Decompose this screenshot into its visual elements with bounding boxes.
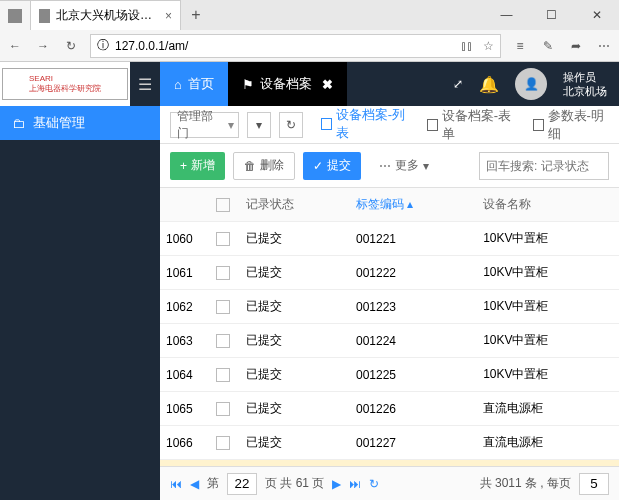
check-icon: ✓ xyxy=(313,159,323,173)
row-checkbox[interactable] xyxy=(216,402,230,416)
detail-icon xyxy=(533,119,544,131)
sidebar-item-basic[interactable]: 🗀基础管理 xyxy=(0,106,160,140)
info-icon[interactable]: ⓘ xyxy=(97,37,109,54)
app-topbar: SEARI上海电器科学研究院 ☰ ⌂首页 ⚑设备档案✖ ⤢ 🔔 👤 操作员 北京… xyxy=(0,62,619,106)
col-name[interactable]: 设备名称 xyxy=(477,188,619,222)
table-row[interactable]: 1060已提交00122110KV中置柜 xyxy=(160,222,619,256)
plus-icon: + xyxy=(180,159,187,173)
more-button[interactable]: ⋯更多▾ xyxy=(369,152,439,180)
window-maximize-button[interactable]: ☐ xyxy=(529,0,574,30)
table-row[interactable]: 1064已提交00122510KV中置柜 xyxy=(160,358,619,392)
page-icon xyxy=(8,9,22,23)
search-input[interactable] xyxy=(486,159,602,173)
form-icon xyxy=(427,119,438,131)
nav-home[interactable]: ⌂首页 xyxy=(160,62,228,106)
favorite-icon[interactable]: ☆ xyxy=(483,39,494,53)
chevron-down-icon: ▾ xyxy=(423,159,429,173)
folder-icon: 🗀 xyxy=(12,116,25,131)
browser-tab-active[interactable]: 北京大兴机场设备运行… × xyxy=(31,0,181,30)
col-code[interactable]: 标签编码 ▴ xyxy=(350,188,477,222)
nav-reload-button[interactable]: ↻ xyxy=(62,37,80,55)
pager-first-button[interactable]: ⏮ xyxy=(170,477,182,491)
search-box[interactable] xyxy=(479,152,609,180)
bell-icon[interactable]: 🔔 xyxy=(479,75,499,94)
nav-forward-button[interactable]: → xyxy=(34,37,52,55)
select-all-checkbox[interactable] xyxy=(216,198,230,212)
list-icon xyxy=(321,118,332,130)
dept-select[interactable]: 管理部门 xyxy=(170,112,239,138)
user-info: 操作员 北京机场 xyxy=(563,70,607,98)
reader-icon[interactable]: ⫿⫿ xyxy=(461,39,473,53)
subtab-detail[interactable]: 参数表-明细 xyxy=(533,106,609,148)
expand-icon[interactable]: ⤢ xyxy=(453,77,463,91)
page-icon xyxy=(39,9,50,23)
window-minimize-button[interactable]: — xyxy=(484,0,529,30)
table-row[interactable]: 1062已提交00122310KV中置柜 xyxy=(160,290,619,324)
row-checkbox[interactable] xyxy=(216,300,230,314)
pager-next-button[interactable]: ▶ xyxy=(332,477,341,491)
pager: ⏮ ◀ 第 页 共 61 页 ▶ ⏭ ↻ 共 3011 条 , 每页 xyxy=(160,466,619,500)
tab-close-icon[interactable]: ✖ xyxy=(322,77,333,92)
more-icon[interactable]: ⋯ xyxy=(595,37,613,55)
subtab-list[interactable]: 设备档案-列表 xyxy=(321,106,409,148)
col-status[interactable]: 记录状态 xyxy=(240,188,350,222)
home-icon: ⌂ xyxy=(174,77,182,92)
hub-icon[interactable]: ≡ xyxy=(511,37,529,55)
window-close-button[interactable]: ✕ xyxy=(574,0,619,30)
address-bar: ← → ↻ ⓘ ⫿⫿ ☆ ≡ ✎ ➦ ⋯ xyxy=(0,30,619,62)
dept-clear-button[interactable]: ▾ xyxy=(247,112,271,138)
row-checkbox[interactable] xyxy=(216,436,230,450)
tab-title: 北京大兴机场设备运行… xyxy=(56,7,159,24)
nav-archive[interactable]: ⚑设备档案✖ xyxy=(228,62,347,106)
share-icon[interactable]: ➦ xyxy=(567,37,585,55)
pager-page-input[interactable] xyxy=(227,473,257,495)
url-input[interactable] xyxy=(115,39,455,53)
flag-icon: ⚑ xyxy=(242,77,254,92)
pager-size-input[interactable] xyxy=(579,473,609,495)
dept-refresh-button[interactable]: ↻ xyxy=(279,112,303,138)
table-row[interactable]: 1063已提交00122410KV中置柜 xyxy=(160,324,619,358)
menu-toggle-button[interactable]: ☰ xyxy=(130,75,160,94)
data-table: 记录状态 标签编码 ▴ 设备名称 1060已提交00122110KV中置柜106… xyxy=(160,188,619,466)
row-checkbox[interactable] xyxy=(216,232,230,246)
pager-prev-button[interactable]: ◀ xyxy=(190,477,199,491)
table-row[interactable]: 1061已提交00122210KV中置柜 xyxy=(160,256,619,290)
browser-titlebar: 北京大兴机场设备运行… × + — ☐ ✕ xyxy=(0,0,619,30)
row-checkbox[interactable] xyxy=(216,266,230,280)
delete-button[interactable]: 🗑删除 xyxy=(233,152,295,180)
pager-refresh-button[interactable]: ↻ xyxy=(369,477,379,491)
browser-tab-blank[interactable] xyxy=(0,0,31,30)
submit-button[interactable]: ✓提交 xyxy=(303,152,361,180)
add-button[interactable]: +新增 xyxy=(170,152,225,180)
trash-icon: 🗑 xyxy=(244,159,256,173)
pager-last-button[interactable]: ⏭ xyxy=(349,477,361,491)
sidebar: 🗀基础管理 xyxy=(0,106,160,500)
avatar[interactable]: 👤 xyxy=(515,68,547,100)
notes-icon[interactable]: ✎ xyxy=(539,37,557,55)
tab-close-icon[interactable]: × xyxy=(165,9,172,23)
subtab-form[interactable]: 设备档案-表单 xyxy=(427,106,515,148)
table-row[interactable]: 1065已提交001226直流电源柜 xyxy=(160,392,619,426)
new-tab-button[interactable]: + xyxy=(181,0,211,30)
row-checkbox[interactable] xyxy=(216,334,230,348)
nav-back-button[interactable]: ← xyxy=(6,37,24,55)
logo: SEARI上海电器科学研究院 xyxy=(0,62,130,106)
table-row[interactable]: 1066已提交001227直流电源柜 xyxy=(160,426,619,460)
row-checkbox[interactable] xyxy=(216,368,230,382)
